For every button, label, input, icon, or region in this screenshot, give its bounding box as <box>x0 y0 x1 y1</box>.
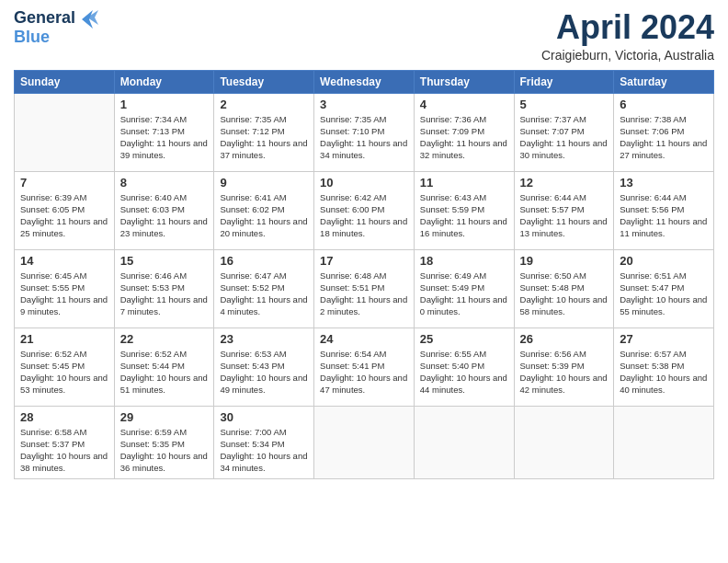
table-row: 28 Sunrise: 6:58 AMSunset: 5:37 PMDaylig… <box>15 406 115 478</box>
table-row: 15 Sunrise: 6:46 AMSunset: 5:53 PMDaylig… <box>114 249 214 327</box>
table-row: 20 Sunrise: 6:51 AMSunset: 5:47 PMDaylig… <box>614 249 714 327</box>
table-row: 19 Sunrise: 6:50 AMSunset: 5:48 PMDaylig… <box>514 249 614 327</box>
day-number: 3 <box>320 98 408 111</box>
day-info: Sunrise: 6:43 AMSunset: 5:59 PMDaylight:… <box>420 191 508 240</box>
day-info: Sunrise: 7:00 AMSunset: 5:34 PMDaylight:… <box>220 426 308 475</box>
day-number: 28 <box>20 410 108 424</box>
day-info: Sunrise: 7:35 AMSunset: 7:10 PMDaylight:… <box>320 113 408 162</box>
table-row: 13 Sunrise: 6:44 AMSunset: 5:56 PMDaylig… <box>614 171 714 249</box>
logo-brand: General Blue <box>14 9 102 47</box>
day-info: Sunrise: 6:49 AMSunset: 5:49 PMDaylight:… <box>420 270 508 318</box>
day-number: 29 <box>120 410 209 424</box>
col-monday: Monday <box>114 70 214 93</box>
page: General Blue April 2024 Craigieburn, Vic… <box>0 0 728 563</box>
table-row: 24 Sunrise: 6:54 AMSunset: 5:41 PMDaylig… <box>314 327 415 406</box>
table-row: 22 Sunrise: 6:52 AMSunset: 5:44 PMDaylig… <box>114 327 214 406</box>
table-row: 1 Sunrise: 7:34 AMSunset: 7:13 PMDayligh… <box>114 93 214 171</box>
table-row: 9 Sunrise: 6:41 AMSunset: 6:02 PMDayligh… <box>214 171 314 249</box>
logo-bird-icon <box>82 10 102 29</box>
day-info: Sunrise: 6:45 AMSunset: 5:55 PMDaylight:… <box>20 270 108 318</box>
day-info: Sunrise: 6:52 AMSunset: 5:45 PMDaylight:… <box>20 348 108 396</box>
table-row: 17 Sunrise: 6:48 AMSunset: 5:51 PMDaylig… <box>314 249 415 327</box>
table-row <box>414 406 514 478</box>
day-info: Sunrise: 6:54 AMSunset: 5:41 PMDaylight:… <box>320 348 408 396</box>
table-row: 16 Sunrise: 6:47 AMSunset: 5:52 PMDaylig… <box>214 249 314 327</box>
day-number: 5 <box>520 98 609 111</box>
day-info: Sunrise: 6:57 AMSunset: 5:38 PMDaylight:… <box>620 348 708 396</box>
day-info: Sunrise: 7:38 AMSunset: 7:06 PMDaylight:… <box>620 113 708 162</box>
table-row: 27 Sunrise: 6:57 AMSunset: 5:38 PMDaylig… <box>614 327 714 406</box>
table-row: 21 Sunrise: 6:52 AMSunset: 5:45 PMDaylig… <box>15 327 115 406</box>
day-info: Sunrise: 6:50 AMSunset: 5:48 PMDaylight:… <box>520 270 609 318</box>
day-number: 30 <box>220 410 308 424</box>
col-thursday: Thursday <box>414 70 514 93</box>
day-number: 16 <box>220 254 308 268</box>
day-info: Sunrise: 6:56 AMSunset: 5:39 PMDaylight:… <box>520 348 609 396</box>
table-row: 4 Sunrise: 7:36 AMSunset: 7:09 PMDayligh… <box>414 93 514 171</box>
day-number: 21 <box>20 332 108 346</box>
table-row: 5 Sunrise: 7:37 AMSunset: 7:07 PMDayligh… <box>514 93 614 171</box>
table-row: 23 Sunrise: 6:53 AMSunset: 5:43 PMDaylig… <box>214 327 314 406</box>
table-row <box>314 406 415 478</box>
day-info: Sunrise: 7:35 AMSunset: 7:12 PMDaylight:… <box>220 113 308 162</box>
day-info: Sunrise: 6:58 AMSunset: 5:37 PMDaylight:… <box>20 426 108 475</box>
day-info: Sunrise: 6:46 AMSunset: 5:53 PMDaylight:… <box>120 270 209 318</box>
day-number: 4 <box>420 98 508 111</box>
day-number: 18 <box>420 254 508 268</box>
calendar-header-row: Sunday Monday Tuesday Wednesday Thursday… <box>15 70 714 93</box>
day-number: 22 <box>120 332 209 346</box>
day-number: 24 <box>320 332 408 346</box>
day-number: 26 <box>520 332 609 346</box>
day-info: Sunrise: 6:39 AMSunset: 6:05 PMDaylight:… <box>20 191 108 240</box>
day-info: Sunrise: 6:48 AMSunset: 5:51 PMDaylight:… <box>320 270 408 318</box>
day-number: 13 <box>620 176 708 190</box>
table-row: 10 Sunrise: 6:42 AMSunset: 6:00 PMDaylig… <box>314 171 415 249</box>
day-number: 25 <box>420 332 508 346</box>
day-number: 10 <box>320 176 408 190</box>
table-row: 14 Sunrise: 6:45 AMSunset: 5:55 PMDaylig… <box>15 249 115 327</box>
day-number: 15 <box>120 254 209 268</box>
day-number: 23 <box>220 332 308 346</box>
table-row: 12 Sunrise: 6:44 AMSunset: 5:57 PMDaylig… <box>514 171 614 249</box>
day-info: Sunrise: 7:34 AMSunset: 7:13 PMDaylight:… <box>120 113 209 162</box>
table-row: 26 Sunrise: 6:56 AMSunset: 5:39 PMDaylig… <box>514 327 614 406</box>
calendar-table: Sunday Monday Tuesday Wednesday Thursday… <box>14 70 714 479</box>
day-number: 17 <box>320 254 408 268</box>
col-sunday: Sunday <box>15 70 115 93</box>
month-title: April 2024 <box>541 9 714 46</box>
day-number: 19 <box>520 254 609 268</box>
day-number: 12 <box>520 176 609 190</box>
day-number: 11 <box>420 176 508 190</box>
table-row: 29 Sunrise: 6:59 AMSunset: 5:35 PMDaylig… <box>114 406 214 478</box>
day-number: 7 <box>20 176 108 190</box>
day-info: Sunrise: 6:53 AMSunset: 5:43 PMDaylight:… <box>220 348 308 396</box>
table-row: 18 Sunrise: 6:49 AMSunset: 5:49 PMDaylig… <box>414 249 514 327</box>
day-info: Sunrise: 6:44 AMSunset: 5:57 PMDaylight:… <box>520 191 609 240</box>
table-row <box>15 93 115 171</box>
day-number: 27 <box>620 332 708 346</box>
col-friday: Friday <box>514 70 614 93</box>
day-number: 20 <box>620 254 708 268</box>
table-row: 2 Sunrise: 7:35 AMSunset: 7:12 PMDayligh… <box>214 93 314 171</box>
day-number: 9 <box>220 176 308 190</box>
day-info: Sunrise: 6:52 AMSunset: 5:44 PMDaylight:… <box>120 348 209 396</box>
table-row: 25 Sunrise: 6:55 AMSunset: 5:40 PMDaylig… <box>414 327 514 406</box>
day-info: Sunrise: 6:47 AMSunset: 5:52 PMDaylight:… <box>220 270 308 318</box>
col-wednesday: Wednesday <box>314 70 415 93</box>
table-row <box>514 406 614 478</box>
day-number: 14 <box>20 254 108 268</box>
table-row: 6 Sunrise: 7:38 AMSunset: 7:06 PMDayligh… <box>614 93 714 171</box>
day-info: Sunrise: 6:41 AMSunset: 6:02 PMDaylight:… <box>220 191 308 240</box>
day-info: Sunrise: 6:59 AMSunset: 5:35 PMDaylight:… <box>120 426 209 475</box>
col-saturday: Saturday <box>614 70 714 93</box>
day-number: 8 <box>120 176 209 190</box>
table-row: 30 Sunrise: 7:00 AMSunset: 5:34 PMDaylig… <box>214 406 314 478</box>
day-info: Sunrise: 6:42 AMSunset: 6:00 PMDaylight:… <box>320 191 408 240</box>
col-tuesday: Tuesday <box>214 70 314 93</box>
table-row <box>614 406 714 478</box>
title-block: April 2024 Craigieburn, Victoria, Austra… <box>541 9 714 63</box>
day-info: Sunrise: 6:51 AMSunset: 5:47 PMDaylight:… <box>620 270 708 318</box>
day-info: Sunrise: 6:44 AMSunset: 5:56 PMDaylight:… <box>620 191 708 240</box>
location: Craigieburn, Victoria, Australia <box>541 48 714 63</box>
table-row: 11 Sunrise: 6:43 AMSunset: 5:59 PMDaylig… <box>414 171 514 249</box>
